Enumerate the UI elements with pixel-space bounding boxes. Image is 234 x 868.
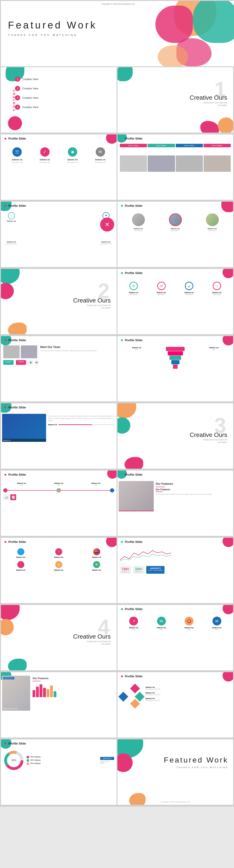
slide-featured-work: Copyright © http://www.pptstore.net Feat… [1,1,234,66]
twitter-label: Datoes Us [3,556,38,558]
bell-icon: 🔔 [93,561,100,568]
funnel-header-dot [121,339,123,341]
item-text-3: Creative View [23,96,38,99]
ci-item-3: ⭕ Datoes Us desc [185,617,194,630]
cross-item-bl: Datoes Us description text [3,241,20,245]
feat1-img-bar [119,511,154,512]
slide-profile-timeline: Profile Silde Datoes Us desc Datoes Us d… [1,470,116,536]
slide-creative-ours-3: 3 Creative Ours DOWNLOAD YOUR TEMPLATEDO… [118,403,233,469]
profile-header-photos: Profile Silde [121,204,142,208]
icon-desc-4: description text [91,161,110,163]
funnel-right: Datoes Us desc [209,347,218,350]
img-row [120,155,231,172]
dia-row-3: Datoes Us description text here [146,698,231,701]
item-text-2: Creative View [23,87,38,90]
people-stat-row: Datoes Us [48,424,114,426]
row-2: CONTENT 1 Creative View 2 Creative View … [1,67,233,132]
co3-subtitle: DOWNLOAD YOUR TEMPLATEDOCUMENT [203,439,227,444]
people-profile-title: Profile Silde [8,406,26,409]
ci-profile-title: Profile Silde [125,607,142,611]
cross-spacer [51,212,67,222]
slide-social-icons: Profile Silde 🐦 Datoes Us ✓ Datoes Us 📷 … [1,538,116,603]
teams-badge-2: TEAMS [16,360,26,365]
profile-header-pie: Profile Silde [4,742,26,745]
ci-label-2: Datoes Us [157,627,166,629]
profile-header-cross: Profile Silde [4,204,26,208]
feat1-divider2 [156,492,163,492]
funnel-l4 [171,360,180,364]
cross-center-row: ✕ [3,224,114,239]
arr-label-2: Datoes Us [157,291,166,293]
cross-icon-tl: ♡ [8,212,15,219]
co2-subtitle: DOWNLOAD YOUR TEMPLATEDOCUMENT [87,304,111,309]
copyright-text: Copyright © http://www.pptstore.net [1,3,234,5]
check-label: Datoes Us [41,556,76,558]
instagram-icon: 📷 [93,548,100,555]
tl-label-3: Datoes Us [78,482,114,484]
timeline-row-top: Datoes Us desc Datoes Us desc Datoes Us … [3,482,114,486]
photos-header-dot [121,205,123,207]
num-4: 4 [15,104,20,110]
people-text: Lorem ipsum dolor sit amet consectetur a… [48,415,114,422]
bar-4 [43,688,46,697]
feat1-desc: Lorem ipsum dolor sit amet consectetur a… [156,493,231,496]
profile-header-arrows: Profile Silde [121,271,142,275]
feat1-content: Our Features Our Features Lorem ipsum do… [154,481,232,512]
diamond-layout: Datoes Us description text here Datoes U… [120,684,231,707]
diamond-text: Datoes Us description text here Datoes U… [146,684,231,707]
icon-circle-2: ✓ [40,147,50,157]
team-header-dot [4,339,6,341]
co3-blob-tl [118,403,136,418]
arr-item-2: ↺ Datoes Us description [157,282,166,295]
tl-item-2: Datoes Us desc [41,482,77,486]
team-icon-2: ✉ [34,360,39,365]
people-stat-label: Datoes Us [48,424,57,426]
date-item-4: Date Creative [204,144,231,147]
last-title: Featured Work [164,756,228,764]
main-title: Featured Work [8,20,97,31]
tl-dot-2 [57,488,61,493]
tl-desc-3: desc [78,484,114,486]
icon-item-4: ✉ Datoes Us description text [91,147,110,163]
dia-label-1: Datoes Us [146,686,231,688]
arr-label-3: Datoes Us [185,291,194,293]
fl-img: ADIPISCPT SIGN YOUR NAME [2,676,30,711]
profile-header-2: Profile Silde [121,137,142,140]
people-bar-bg [58,424,114,425]
feat1-profile-title: Profile Silde [125,473,142,476]
co4-blob-ml [1,619,14,635]
abc-label: A [120,563,121,565]
slide-content: CONTENT 1 Creative View 2 Creative View … [1,67,116,132]
arr-desc-1: description [129,293,138,295]
slide-profile-people: Profile Silde Datoes Us Lorem ipsum dolo… [1,403,116,469]
arr-icon-2: ↺ [157,282,166,290]
profile-header-diamond: Profile Silde [121,675,142,678]
ci-label-1: Datoes Us [129,627,138,629]
arr-desc-4: description [212,293,222,295]
cross-item-tl: ♡ Datoes Us [3,212,20,222]
wave-blob-tr [223,538,233,547]
profile-header-wave: Profile Silde [121,540,142,544]
co3-blob-ml [118,417,130,434]
img-4 [204,155,231,172]
co1-title: Creative Ours [190,94,227,101]
pie-legend: 40% Category 30% Category 30% Category [27,756,98,765]
last-blob-bl [129,793,146,805]
photo-item-3: Datoes Us description [201,213,224,231]
icon-label-1: Datoes Us [8,158,26,161]
timeline-layout: Datoes Us desc Datoes Us desc Datoes Us … [3,482,114,500]
abc-c: C [124,563,125,565]
date-row: Date Creative Date Creative Date Creativ… [120,144,231,147]
funnel-left-desc: desc [132,349,141,350]
funnel-l5 [173,365,178,369]
profile-title-1: Profile Silde [8,137,26,140]
photo-desc-3: description [201,230,224,231]
meet-team-label: Meet Our Team [40,345,114,349]
dia-top [130,684,140,693]
tl-line-1 [7,490,57,491]
photo-desc-1: description [127,230,150,231]
co1-blob-br [200,121,219,132]
ci-icon-3: ⭕ [185,617,193,625]
bar-6 [50,685,53,697]
funnel-l1 [166,347,185,351]
